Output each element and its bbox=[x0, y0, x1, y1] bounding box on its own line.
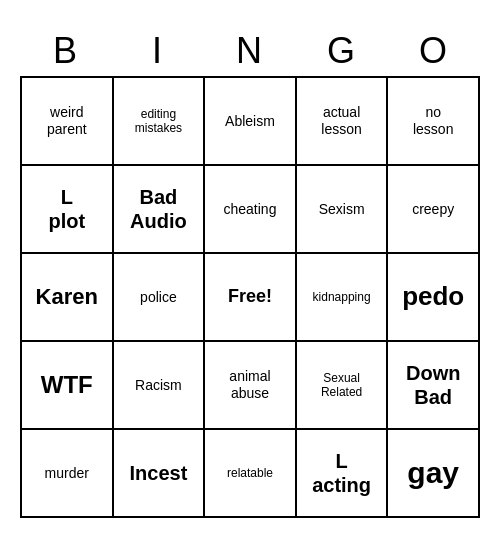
bingo-cell-incest: Incest bbox=[114, 430, 206, 518]
bingo-cell-down-bad: Down Bad bbox=[388, 342, 480, 430]
bingo-cell-actual-lesson: actual lesson bbox=[297, 78, 389, 166]
bingo-cell-police: police bbox=[114, 254, 206, 342]
bingo-cell-wtf: WTF bbox=[22, 342, 114, 430]
bingo-cell-bad-audio: Bad Audio bbox=[114, 166, 206, 254]
bingo-letter: O bbox=[388, 26, 480, 76]
bingo-cell-sexual-related: Sexual Related bbox=[297, 342, 389, 430]
bingo-cell-kidnapping: kidnapping bbox=[297, 254, 389, 342]
bingo-cell-murder: murder bbox=[22, 430, 114, 518]
bingo-cell-weird-parent: weird parent bbox=[22, 78, 114, 166]
bingo-cell-racism: Racism bbox=[114, 342, 206, 430]
bingo-cell-ableism: Ableism bbox=[205, 78, 297, 166]
bingo-grid: weird parentediting mistakesAbleismactua… bbox=[20, 76, 480, 518]
bingo-letter: I bbox=[112, 26, 204, 76]
bingo-cell-l-plot: L plot bbox=[22, 166, 114, 254]
bingo-cell-free: Free! bbox=[205, 254, 297, 342]
bingo-cell-sexism: Sexism bbox=[297, 166, 389, 254]
bingo-cell-editing-mistakes: editing mistakes bbox=[114, 78, 206, 166]
bingo-cell-relatable: relatable bbox=[205, 430, 297, 518]
bingo-cell-no-lesson: no lesson bbox=[388, 78, 480, 166]
bingo-header: BINGO bbox=[20, 26, 480, 76]
bingo-cell-creepy: creepy bbox=[388, 166, 480, 254]
bingo-cell-cheating: cheating bbox=[205, 166, 297, 254]
bingo-cell-karen: Karen bbox=[22, 254, 114, 342]
bingo-card: BINGO weird parentediting mistakesAbleis… bbox=[20, 26, 480, 518]
bingo-letter: G bbox=[296, 26, 388, 76]
bingo-cell-l-acting: L acting bbox=[297, 430, 389, 518]
bingo-letter: N bbox=[204, 26, 296, 76]
bingo-letter: B bbox=[20, 26, 112, 76]
bingo-cell-pedo: pedo bbox=[388, 254, 480, 342]
bingo-cell-animal-abuse: animal abuse bbox=[205, 342, 297, 430]
bingo-cell-gay: gay bbox=[388, 430, 480, 518]
